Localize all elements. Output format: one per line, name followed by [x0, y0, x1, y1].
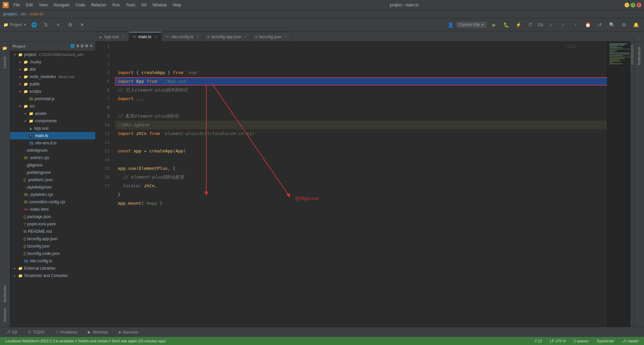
tree-item-project-root[interactable]: ▾ 📁 project C:\ZSX\CODE\Vue\vue3_adm [10, 51, 95, 58]
tree-add-icon[interactable]: 🌐 [70, 44, 75, 48]
notification-text[interactable]: Localized WebStorm 2022.2.3 is available… [4, 339, 167, 343]
tree-item-public[interactable]: ▸ 📁 public [10, 80, 95, 88]
add-content-button[interactable]: 🌐 [29, 20, 39, 29]
structure-icon[interactable]: Structure [3, 306, 7, 324]
tree-item-prettierrc[interactable]: {} .prettierrc.json [10, 176, 95, 184]
user-icon[interactable]: 👤 [448, 22, 453, 27]
tree-item-preinstall[interactable]: JS preinstall.js [10, 95, 95, 102]
language-mode[interactable]: TypeScript [595, 339, 615, 343]
menu-item-tools[interactable]: Tools [123, 2, 138, 8]
tree-item-src[interactable]: ▾ 📁 src [10, 102, 95, 110]
bottom-tab-terminal[interactable]: ▶ Terminal [86, 329, 109, 335]
vcs-branch[interactable]: ⎇ master [621, 339, 640, 344]
settings-toolbar-button[interactable]: ⚙ [619, 20, 629, 29]
tree-item-main-ts[interactable]: TS main.ts [10, 132, 95, 139]
project-dropdown[interactable]: 📁 Project ▼ [3, 22, 26, 27]
tree-item-commitlint[interactable]: JS commitlint.config.cjs [10, 198, 95, 206]
tree-item-components[interactable]: ▸ 📁 components [10, 117, 95, 125]
tree-item-app-vue[interactable]: ▲ App.vue [10, 125, 95, 132]
collapse-button[interactable]: ≡ [53, 20, 63, 29]
git-revert-icon[interactable]: ↺ [595, 20, 604, 29]
close-button[interactable]: ✕ [637, 3, 641, 7]
search-button[interactable]: 🔍 [607, 20, 616, 29]
tab-close-tsconfig[interactable]: ✕ [283, 34, 288, 39]
run-coverage-button[interactable]: ⚡ [514, 20, 523, 29]
breadcrumb-src[interactable]: src [21, 12, 26, 16]
tree-item-vite-env[interactable]: TS vite-env.d.ts [10, 139, 95, 147]
git-check-icon[interactable]: ✓ [547, 20, 556, 29]
tree-item-eslintignore[interactable]: · .eslintignore [10, 147, 95, 154]
tab-close-main-ts[interactable]: ✕ [153, 34, 158, 39]
git-push-icon[interactable]: ✓ [559, 20, 568, 29]
tree-item-prettierignore[interactable]: · .prettierignore [10, 169, 95, 176]
tree-item-pnpm-lock[interactable]: Y pnpm-lock.yaml [10, 220, 95, 228]
notifications-button[interactable]: 🔔 [631, 20, 641, 29]
bottom-tab-git[interactable]: ⎇ Git [4, 329, 19, 335]
menu-item-help[interactable]: Help [170, 2, 184, 8]
breadcrumb-file[interactable]: main.ts [30, 12, 43, 16]
tab-overflow-button[interactable]: ⋮ [637, 37, 641, 41]
tree-item-readme[interactable]: M README.md [10, 228, 95, 235]
tree-collapse-icon[interactable]: ⊟ [80, 44, 84, 48]
tree-item-gitignore[interactable]: · .gitignore [10, 161, 95, 169]
menu-item-run[interactable]: Run [110, 2, 122, 8]
tab-main-ts[interactable]: TSmain.ts✕ [129, 32, 162, 41]
tab-close-vite-config[interactable]: ✕ [195, 34, 200, 39]
tree-item-stylelintrc[interactable]: JS .stylelintrc.cjs [10, 191, 95, 198]
profile-button[interactable]: ⏱ [526, 20, 535, 29]
scrollbar-thumb[interactable] [631, 45, 634, 65]
git-history-icon[interactable]: ⏰ [583, 20, 592, 29]
tree-settings-icon[interactable]: ⚙ [85, 44, 88, 48]
tree-item-scripts[interactable]: ▾ 📁 scripts [10, 88, 95, 95]
tree-item-tsconfig-app-json[interactable]: {} tsconfig.app.json [10, 235, 95, 243]
line-encoding[interactable]: LF UTF-8 [548, 339, 567, 343]
sort-button[interactable]: ⇅ [41, 20, 51, 29]
tree-item-scratches[interactable]: ▸ 📁 Scratches and Consoles [10, 272, 95, 279]
breadcrumb-project[interactable]: project [3, 12, 17, 16]
menu-item-code[interactable]: Code [73, 2, 88, 8]
tree-item-husky[interactable]: ▸ 📁 .husky [10, 58, 95, 66]
project-panel-icon[interactable]: 📂 [1, 44, 9, 52]
tree-close-icon[interactable]: ✕ [90, 44, 93, 48]
vertical-scrollbar[interactable] [631, 42, 634, 327]
menu-item-edit[interactable]: Edit [23, 2, 36, 8]
tree-item-node_modules[interactable]: ▸ 📁 node_modules library root [10, 73, 95, 80]
indent-setting[interactable]: 2 spaces [572, 339, 590, 343]
tab-close-app-vue[interactable]: ✕ [121, 34, 125, 39]
tree-item-index-html[interactable]: </> index.html [10, 206, 95, 213]
menu-item-git[interactable]: Git [139, 2, 149, 8]
tab-tsconfig-app[interactable]: {}tsconfig.app.json✕ [204, 32, 252, 41]
bottom-tab-problems[interactable]: ⚠ Problems [53, 329, 79, 335]
code-content[interactable]: import { createApp } from 'vue'import Ap… [112, 42, 607, 327]
notifications-right-icon[interactable]: Notifications [637, 44, 641, 68]
bottom-tab-todo[interactable]: ☑ TODO [26, 329, 46, 335]
tab-tsconfig[interactable]: {}tsconfig.json✕ [252, 32, 292, 41]
maximize-button[interactable]: ❐ [631, 3, 635, 7]
debug-button[interactable]: 🐛 [501, 20, 511, 29]
commit-icon[interactable]: Commit [3, 54, 7, 71]
menu-item-navigate[interactable]: Navigate [51, 2, 72, 8]
menu-item-file[interactable]: File [11, 2, 22, 8]
run-button[interactable]: ▶ [489, 20, 499, 29]
tree-item-tsconfig-node[interactable]: {} tsconfig.node.json [10, 250, 95, 257]
bookmarks-icon[interactable]: Bookmarks [3, 284, 7, 304]
menu-item-refactor[interactable]: Refactor [89, 2, 109, 8]
tree-item-stylelintignore[interactable]: · .stylelintignore [10, 184, 95, 191]
tab-close-tsconfig-app[interactable]: ✕ [243, 34, 248, 39]
settings-button[interactable]: ⚙ [65, 20, 75, 29]
bottom-tab-services[interactable]: ◈ Services [116, 329, 140, 335]
minimize-button[interactable]: – [625, 3, 629, 7]
git-arrow-icon[interactable]: ↑ [571, 20, 580, 29]
current-file-dropdown[interactable]: Current File ▼ [456, 22, 487, 28]
cursor-position[interactable]: 7:13 [533, 339, 543, 343]
tree-item-dist[interactable]: ▸ 📁 dist [10, 66, 95, 73]
tree-item-vite-config-ts[interactable]: TS vite.config.ts [10, 257, 95, 265]
tree-item-package-json[interactable]: {} package.json [10, 213, 95, 220]
tree-item-assets[interactable]: ▸ 📁 assets [10, 110, 95, 117]
code-area[interactable]: 1234567891011121314151617 import { creat… [96, 42, 607, 327]
close-panel-button[interactable]: ✕ [77, 20, 87, 29]
tree-sort-icon[interactable]: ⇅ [76, 44, 79, 48]
menu-item-window[interactable]: Window [150, 2, 170, 8]
tab-vite-config[interactable]: TSvite.config.ts✕ [162, 32, 204, 41]
menu-item-view[interactable]: View [36, 2, 50, 8]
